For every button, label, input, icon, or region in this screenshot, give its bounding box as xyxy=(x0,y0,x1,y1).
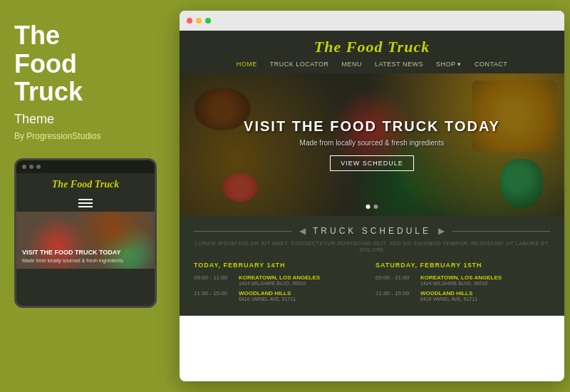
window-minimize-dot[interactable] xyxy=(196,18,202,24)
mobile-dot-2 xyxy=(29,165,33,169)
desktop-mockup: The Food Truck HOME TRUCK LOCATOR MENU L… xyxy=(180,11,564,381)
location-name: WOODLAND HILLS xyxy=(239,290,296,296)
location-address: 6416 VARIEL AVE, 91711 xyxy=(420,296,477,301)
schedule-item: 09:00 - 11:00 KOREATOWN, LOS ANGELES 142… xyxy=(375,274,550,286)
location-info: KOREATOWN, LOS ANGELES 1424 WILSHIRE BLV… xyxy=(420,274,502,286)
nav-home[interactable]: HOME xyxy=(237,61,257,68)
schedule-time: 11:30 - 15:00 xyxy=(375,290,415,296)
left-panel: The Food Truck Theme By ProgressionStudi… xyxy=(0,0,171,392)
schedule-columns: TODAY, FEBRUARY 14TH 09:00 - 11:00 KOREA… xyxy=(194,262,550,306)
location-info: WOODLAND HILLS 6416 VARIEL AVE, 91711 xyxy=(239,290,296,301)
day-title-2: SATURDAY, FEBRUARY 15TH xyxy=(375,262,550,269)
hero-content: VISIT THE FOOD TRUCK TODAY Made from loc… xyxy=(244,118,500,171)
hero-section: VISIT THE FOOD TRUCK TODAY Made from loc… xyxy=(180,73,564,216)
mobile-dot-1 xyxy=(22,165,26,169)
location-info: WOODLAND HILLS 6416 VARIEL AVE, 91711 xyxy=(420,290,477,301)
schedule-time: 09:00 - 11:00 xyxy=(375,274,415,281)
window-maximize-dot[interactable] xyxy=(205,18,211,24)
hero-dot-1[interactable] xyxy=(366,205,370,209)
desktop-site-title: The Food Truck xyxy=(180,38,564,56)
mobile-hero: VISIT THE FOOD TRUCK TODAY Made from loc… xyxy=(16,212,155,269)
schedule-time: 09:00 - 11:00 xyxy=(194,274,233,281)
nav-menu[interactable]: MENU xyxy=(341,61,362,68)
schedule-item: 09:00 - 11:00 KOREATOWN, LOS ANGELES 142… xyxy=(194,274,368,286)
main-title: The Food Truck xyxy=(14,21,157,106)
by-line: By ProgressionStudios xyxy=(14,131,157,141)
location-name: WOODLAND HILLS xyxy=(420,290,477,296)
title-line3: Truck xyxy=(14,77,83,106)
hamburger-line-2 xyxy=(78,202,93,204)
mobile-hamburger-icon[interactable] xyxy=(16,195,155,212)
arrow-right-icon: ▶ xyxy=(438,226,445,236)
site-header: The Food Truck HOME TRUCK LOCATOR MENU L… xyxy=(180,31,564,73)
hero-carousel-dots xyxy=(366,205,378,209)
desktop-top-bar xyxy=(180,11,564,31)
theme-label: Theme xyxy=(14,112,157,127)
schedule-col-2: SATURDAY, FEBRUARY 15TH 09:00 - 11:00 KO… xyxy=(375,262,550,306)
mobile-dots xyxy=(16,160,155,173)
title-line-right xyxy=(452,231,550,232)
mobile-header: The Food Truck xyxy=(16,173,155,195)
window-close-dot[interactable] xyxy=(187,18,192,24)
hero-dot-2[interactable] xyxy=(374,205,378,209)
mobile-dot-3 xyxy=(36,165,41,169)
schedule-title-row: ◀ TRUCK SCHEDULE ▶ xyxy=(194,226,550,236)
schedule-section-title: TRUCK SCHEDULE xyxy=(313,226,431,236)
location-name: KOREATOWN, LOS ANGELES xyxy=(420,274,502,281)
arrow-left-icon: ◀ xyxy=(299,226,306,236)
location-info: KOREATOWN, LOS ANGELES 1424 WILSHIRE BLV… xyxy=(239,274,320,286)
day-title-1: TODAY, FEBRUARY 14TH xyxy=(194,262,368,269)
schedule-item: 11:30 - 15:00 WOODLAND HILLS 6416 VARIEL… xyxy=(375,290,550,301)
schedule-description: LOREM IPSUM DOLOR SIT AMET, CONSECTETUR … xyxy=(194,240,550,253)
schedule-section: ◀ TRUCK SCHEDULE ▶ LOREM IPSUM DOLOR SIT… xyxy=(180,216,564,316)
mobile-mockup: The Food Truck VISIT THE FOOD TRUCK TODA… xyxy=(14,158,157,308)
location-address: 6416 VARIEL AVE, 91711 xyxy=(239,296,296,301)
view-schedule-button[interactable]: View Schedule xyxy=(330,155,414,171)
location-address: 1424 WILSHIRE BLVD, 90010 xyxy=(420,281,502,286)
title-line-left xyxy=(194,231,292,232)
title-line1: The xyxy=(14,21,60,50)
hamburger-line-1 xyxy=(78,199,93,200)
hamburger-line-3 xyxy=(78,206,93,207)
schedule-col-1: TODAY, FEBRUARY 14TH 09:00 - 11:00 KOREA… xyxy=(194,262,368,306)
nav-contact[interactable]: CONTACT xyxy=(475,61,507,68)
nav-latest-news[interactable]: LATEST NEWS xyxy=(375,61,423,68)
mobile-hero-title: VISIT THE FOOD TRUCK TODAY xyxy=(22,249,121,257)
location-name: KOREATOWN, LOS ANGELES xyxy=(239,274,320,281)
nav-shop[interactable]: SHOP ▾ xyxy=(436,61,462,68)
schedule-time: 11:30 - 15:00 xyxy=(194,290,233,296)
mobile-hero-subtitle: Made from locally sourced & fresh ingred… xyxy=(22,258,123,263)
hero-title: VISIT THE FOOD TRUCK TODAY xyxy=(244,118,500,135)
schedule-item: 11:30 - 15:00 WOODLAND HILLS 6416 VARIEL… xyxy=(194,290,368,301)
site-nav: HOME TRUCK LOCATOR MENU LATEST NEWS SHOP… xyxy=(180,61,564,68)
hero-subtitle: Made from locally sourced & fresh ingred… xyxy=(244,139,500,147)
mobile-site-title: The Food Truck xyxy=(16,179,155,190)
nav-truck-locator[interactable]: TRUCK LOCATOR xyxy=(270,61,329,68)
location-address: 1424 WILSHIRE BLVD, 90010 xyxy=(239,281,320,286)
title-line2: Food xyxy=(14,49,77,78)
